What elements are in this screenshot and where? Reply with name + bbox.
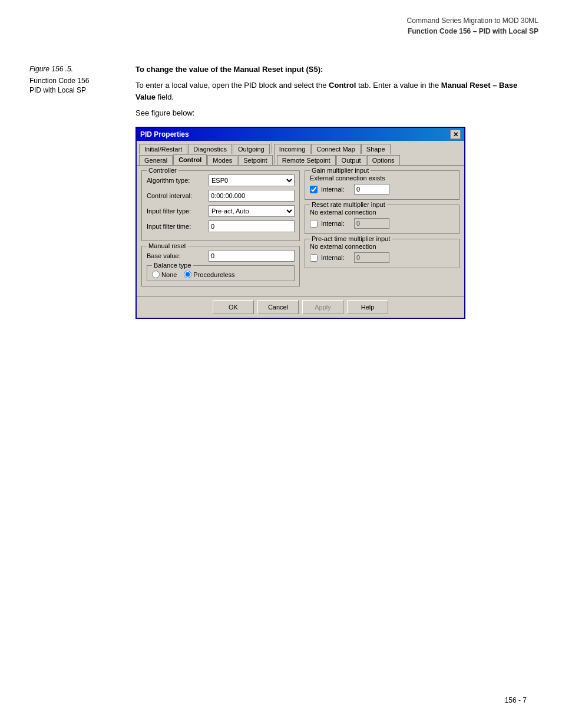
tab-incoming[interactable]: Incoming	[274, 144, 311, 154]
balance-type-group: Balance type None Procedureless	[147, 265, 295, 281]
figure-code: Function Code 156	[29, 77, 89, 85]
tab-shape[interactable]: Shape	[361, 144, 391, 154]
radio-none-input[interactable]	[152, 271, 160, 278]
radio-none-label: None	[161, 271, 177, 278]
content-area: To change the value of the Manual Reset …	[135, 65, 527, 319]
controller-group-label: Controller	[147, 167, 178, 174]
algorithm-type-row: Algorithm type: ESP0	[147, 174, 295, 186]
base-value-input[interactable]: 0	[209, 250, 295, 262]
cancel-button[interactable]: Cancel	[257, 300, 299, 314]
dialog-footer: OK Cancel Apply Help	[137, 296, 464, 318]
figure-label: Figure 156 .5. Function Code 156 PID wit…	[29, 65, 89, 94]
tab-remote-setpoint[interactable]: Remote Setpoint	[277, 155, 336, 165]
base-value-label: Base value:	[147, 252, 209, 259]
internal-label-1: Internal:	[321, 186, 351, 193]
help-button[interactable]: Help	[347, 300, 388, 314]
external-connection-text: External connection exists	[310, 174, 454, 182]
tab-outgoing[interactable]: Outgoing	[233, 144, 270, 154]
ok-button[interactable]: OK	[213, 300, 254, 314]
radio-procedureless-input[interactable]	[184, 271, 191, 278]
control-interval-label: Control interval:	[147, 192, 209, 199]
tab-bar: Initial/Restart Diagnostics Outgoing Inc…	[137, 141, 464, 166]
dialog-title: PID Properties	[140, 130, 189, 139]
input-filter-type-row: Input filter type: Pre-act, Auto	[147, 205, 295, 217]
internal-label-2: Internal:	[321, 220, 351, 227]
reset-rate-label: Reset rate multiplier input	[310, 201, 387, 208]
input-filter-time-row: Input filter time: 0	[147, 220, 295, 232]
manual-reset-group: Manual reset Base value: 0 Balance type	[141, 246, 300, 286]
dialog-wrapper: PID Properties ✕ Initial/Restart Diagnos…	[135, 127, 527, 319]
tab-row-2: General Control Modes Setpoint Remote Se…	[139, 154, 462, 164]
tab-connect-map[interactable]: Connect Map	[311, 144, 360, 154]
see-figure-text: See figure below:	[135, 108, 527, 117]
dialog-body: Controller Algorithm type: ESP0 Control …	[137, 166, 464, 296]
pid-properties-dialog: PID Properties ✕ Initial/Restart Diagnos…	[135, 127, 465, 319]
gain-multiplier-group: Gain multiplier input External connectio…	[305, 170, 459, 200]
internal-label-3: Internal:	[321, 254, 351, 261]
internal-checkbox-3[interactable]	[310, 254, 318, 262]
algorithm-type-select[interactable]: ESP0	[209, 174, 295, 186]
internal-input-2	[354, 218, 389, 229]
internal-input-1[interactable]	[354, 184, 389, 195]
figure-title: Figure 156 .5.	[29, 65, 89, 73]
tab-options[interactable]: Options	[367, 155, 400, 165]
tab-initial-restart[interactable]: Initial/Restart	[139, 144, 187, 154]
tab-diagnostics[interactable]: Diagnostics	[188, 144, 232, 154]
close-button[interactable]: ✕	[450, 130, 461, 139]
internal-checkbox-1[interactable]	[310, 186, 318, 193]
header-subtitle: Function Code 156 – PID with Local SP	[407, 27, 538, 35]
radio-procedureless[interactable]: Procedureless	[184, 271, 234, 278]
radio-row: None Procedureless	[152, 271, 289, 278]
header-title: Command Series Migration to MOD 30ML	[407, 17, 538, 25]
tab-general[interactable]: General	[139, 155, 173, 165]
tab-output[interactable]: Output	[336, 155, 366, 165]
algorithm-type-select-wrapper[interactable]: ESP0	[209, 174, 295, 186]
input-filter-time-label: Input filter time:	[147, 223, 209, 230]
tab-setpoint[interactable]: Setpoint	[238, 155, 272, 165]
no-external-text-1: No external connection	[310, 209, 454, 216]
control-interval-input[interactable]: 0:00:00.000	[209, 190, 295, 202]
tab-control[interactable]: Control	[173, 154, 207, 165]
input-filter-type-select-wrapper[interactable]: Pre-act, Auto	[209, 205, 295, 217]
input-filter-type-select[interactable]: Pre-act, Auto	[209, 205, 295, 217]
page-number: 156 - 7	[505, 696, 527, 704]
reset-rate-group: Reset rate multiplier input No external …	[305, 205, 459, 234]
page-header: Command Series Migration to MOD 30ML Fun…	[407, 17, 538, 35]
internal-row-1: Internal:	[310, 184, 454, 195]
body-text: To enter a local value, open the PID blo…	[135, 80, 527, 103]
left-panel: Controller Algorithm type: ESP0 Control …	[141, 170, 300, 291]
apply-button[interactable]: Apply	[302, 300, 343, 314]
tab-modes[interactable]: Modes	[207, 155, 237, 165]
control-interval-row: Control interval: 0:00:00.000	[147, 190, 295, 202]
algorithm-type-label: Algorithm type:	[147, 177, 209, 184]
input-filter-type-label: Input filter type:	[147, 207, 209, 215]
preact-label: Pre-act time multiplier input	[310, 235, 392, 242]
section-heading: To change the value of the Manual Reset …	[135, 65, 527, 74]
manual-reset-label: Manual reset	[147, 242, 188, 249]
dialog-titlebar: PID Properties ✕	[137, 128, 464, 141]
radio-none[interactable]: None	[152, 271, 177, 278]
no-external-text-2: No external connection	[310, 243, 454, 250]
preact-group: Pre-act time multiplier input No externa…	[305, 239, 459, 268]
right-panel: Gain multiplier input External connectio…	[305, 170, 459, 291]
internal-checkbox-2[interactable]	[310, 220, 318, 228]
internal-row-2: Internal:	[310, 218, 454, 229]
internal-input-3	[354, 252, 389, 263]
gain-group-label: Gain multiplier input	[310, 167, 371, 174]
internal-row-3: Internal:	[310, 252, 454, 263]
balance-type-label: Balance type	[152, 262, 193, 269]
base-value-row: Base value: 0	[147, 250, 295, 262]
page-footer: 156 - 7	[505, 696, 527, 704]
controller-group: Controller Algorithm type: ESP0 Control …	[141, 170, 300, 241]
input-filter-time-input[interactable]: 0	[209, 220, 295, 232]
figure-desc: PID with Local SP	[29, 86, 89, 94]
tab-row-1: Initial/Restart Diagnostics Outgoing Inc…	[139, 143, 462, 153]
radio-procedureless-label: Procedureless	[193, 271, 234, 278]
